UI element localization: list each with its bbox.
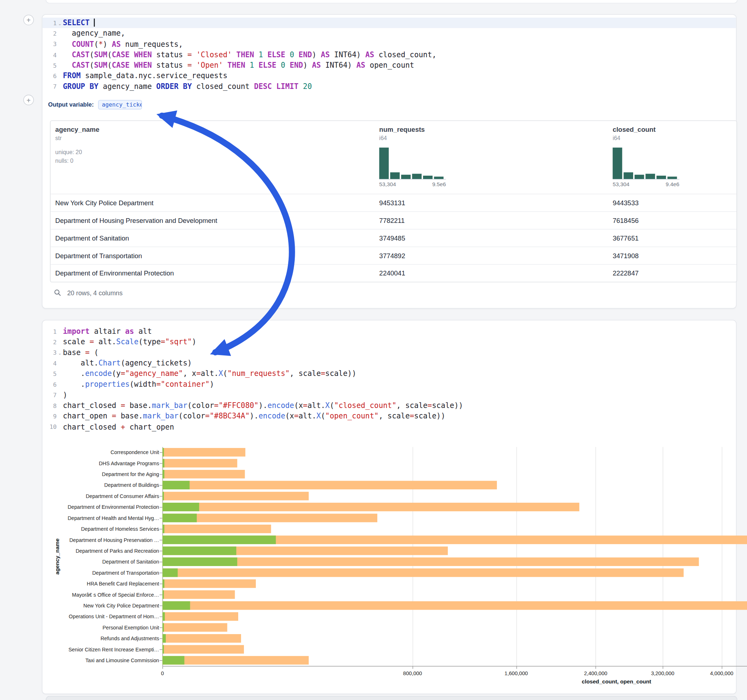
closed-count-bar [163,590,235,599]
code-line-3[interactable]: 3⌄base = ( [42,347,736,358]
cell-value: 9443533 [611,199,736,207]
y-tick [160,573,163,573]
code-line-1[interactable]: 1⌄SELECT [42,18,736,28]
open-count-bar [163,525,165,533]
cell-value: 3471908 [611,252,736,259]
line-number: 2 [42,30,57,37]
gutter-spacer [57,384,63,385]
code-line-5[interactable]: 5 CAST(SUM(CASE WHEN status = 'Open' THE… [42,60,736,71]
open-count-bar [163,557,237,566]
table-row: New York City Police Department945313194… [50,194,736,211]
cell-value: 3677651 [611,234,736,241]
code-line-2[interactable]: 2 agency_name, [42,28,736,39]
hist-min-label: 53,304 [379,181,396,187]
histogram-bar [390,172,400,180]
code-text: SELECT [63,18,95,28]
open-count-bar [163,634,166,643]
histogram-bar [379,148,389,179]
y-tick [160,507,163,507]
output-variable-row: Output variable: agency_tickets [48,99,142,111]
x-tick-label: 800,000 [391,670,434,676]
y-tick [160,562,163,562]
gutter-spacer [57,65,63,66]
column-type: i64 [379,135,611,142]
gridline [663,447,663,666]
category-label: Department of Buildings [42,482,159,488]
code-line-4[interactable]: 4 CAST(SUM(CASE WHEN status = 'Closed' T… [42,49,736,60]
y-tick [160,606,163,606]
code-line-7[interactable]: 7) [42,389,736,400]
gutter-spacer [57,44,63,45]
add-cell-button-2[interactable]: + [23,95,34,105]
open-count-bar [163,569,178,577]
code-line-6[interactable]: 6FROM sample_data.nyc.service_requests [42,71,736,81]
closed-count-bar [163,481,497,489]
open-count-bar [163,481,190,489]
closed-count-bar [163,645,244,653]
column-name: closed_count [612,126,736,133]
code-line-1[interactable]: 1import altair as alt [42,326,736,337]
cell-agency-name: Department of Environmental Protection [50,269,377,277]
code-line-4[interactable]: 4 alt.Chart(agency_tickets) [42,358,736,368]
histogram-bar [423,176,432,179]
fold-chevron-icon[interactable]: ⌄ [57,20,63,26]
y-tick [160,617,163,617]
open-count-bar [163,503,199,511]
code-text: CAST(SUM(CASE WHEN status = 'Closed' THE… [63,49,437,60]
column-header-agency_name[interactable]: agency_namestrunique: 20nulls: 0 [50,121,377,194]
gutter-spacer [57,373,63,374]
category-label: Correspondence Unit [42,450,159,456]
code-text: chart_closed + chart_open [63,422,174,432]
column-histogram [612,147,679,180]
line-number: 5 [42,62,57,69]
gutter-spacer [57,394,63,396]
bar-chart: Correspondence UnitDHS Advantage Program… [42,447,747,700]
line-number: 10 [42,424,57,431]
sql-code-editor[interactable]: 1⌄SELECT 2 agency_name,3 COUNT(*) AS num… [42,18,736,92]
category-label: Department of Consumer Affairs [42,493,159,499]
column-type: str [55,135,377,142]
column-header-closed_count[interactable]: closed_counti6453,3049.4e6 [611,121,736,194]
next-cell-edge [46,696,738,700]
hist-max-label: 9.5e6 [432,181,446,187]
search-icon[interactable] [54,289,61,296]
y-tick [160,627,163,628]
gutter-spacer [57,75,63,77]
column-header-num_requests[interactable]: num_requestsi6453,3049.5e6 [377,121,611,194]
code-line-2[interactable]: 2scale = alt.Scale(type="sqrt") [42,337,736,347]
gutter-spacer [57,330,63,332]
code-line-3[interactable]: 3 COUNT(*) AS num_requests, [42,39,736,49]
output-variable-chip[interactable]: agency_tickets [98,100,142,109]
x-tick [516,667,516,669]
gutter-spacer [57,405,63,407]
line-number: 8 [42,402,57,409]
x-tick [722,667,722,669]
code-line-6[interactable]: 6 .properties(width="container") [42,379,736,389]
histogram-bar [412,174,422,180]
python-code-editor[interactable]: 1import altair as alt2scale = alt.Scale(… [42,326,736,433]
gridline [596,447,596,666]
code-line-7[interactable]: 7GROUP BY agency_name ORDER BY closed_co… [42,81,736,92]
fold-chevron-icon[interactable]: ⌄ [57,350,63,356]
category-label: Department of Health and Mental Hyg… [42,515,159,521]
x-tick-label: 2,400,000 [574,670,617,676]
y-tick [160,485,163,486]
y-tick [160,551,163,551]
code-line-9[interactable]: 9chart_open = base.mark_bar(color="#8BC3… [42,411,736,421]
gridline [722,447,722,666]
code-text: agency_name, [63,28,126,39]
add-cell-button[interactable]: + [23,15,34,25]
closed-count-bar [163,448,245,457]
closed-count-bar [163,569,683,577]
code-line-5[interactable]: 5 .encode(y="agency_name", x=alt.X("num_… [42,369,736,379]
x-tick-label: 4,000,000 [700,670,743,676]
x-tick-label: 1,600,000 [495,670,538,676]
open-count-bar [163,514,197,522]
closed-count-bar [163,525,271,533]
y-tick [160,463,163,463]
previous-cell-edge [46,0,738,3]
code-line-10[interactable]: 10chart_closed + chart_open [42,422,736,432]
code-line-8[interactable]: 8chart_closed = base.mark_bar(color="#FF… [42,400,736,411]
closed-count-bar [163,601,747,610]
column-name: num_requests [379,126,611,133]
